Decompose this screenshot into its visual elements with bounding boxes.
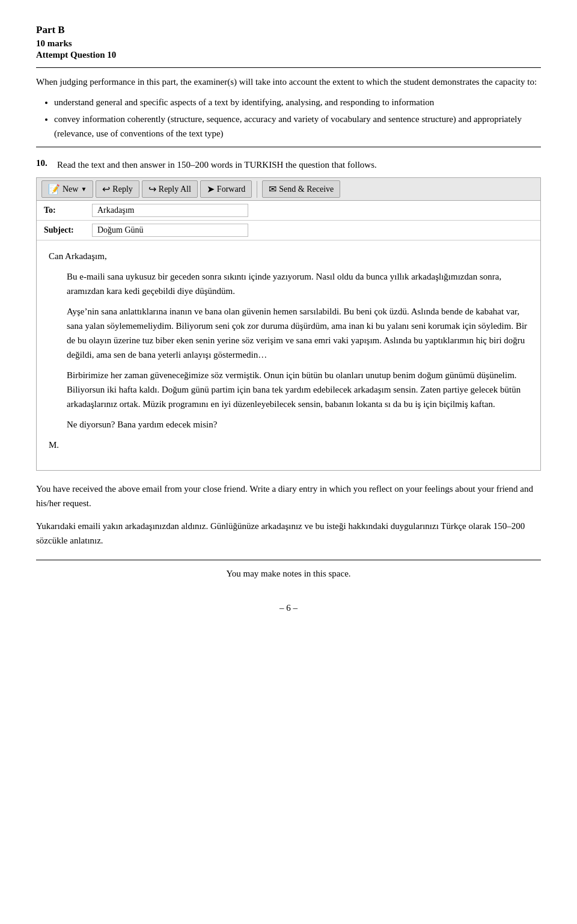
subject-value: Doğum Günü	[92, 224, 248, 237]
new-icon: 📝	[48, 183, 60, 195]
send-receive-icon: ✉	[269, 183, 276, 195]
criteria-list: understand general and specific aspects …	[54, 95, 541, 141]
bullet-item-2: convey information coherently (structure…	[54, 112, 541, 141]
new-dropdown-icon: ▼	[81, 186, 87, 192]
reply-all-button[interactable]: ↪ Reply All	[142, 180, 198, 198]
email-paragraph-2: Ayşe’nin sana anlattıklarına inanın ve b…	[67, 304, 528, 362]
email-sign-off: M.	[49, 438, 528, 452]
subject-label: Subject:	[44, 225, 92, 235]
turkish-instruction: Yukarıdaki emaili yakın arkadaşınızdan a…	[36, 519, 541, 548]
top-rule	[36, 67, 541, 68]
toolbar-divider	[257, 181, 257, 198]
email-paragraph-3: Birbirimize her zaman güveneceğimize söz…	[67, 368, 528, 411]
forward-label: Forward	[217, 185, 245, 194]
bottom-rule	[36, 560, 541, 560]
reply-icon: ↩	[102, 183, 110, 195]
question-text: Read the text and then answer in 150–200…	[57, 158, 377, 172]
email-salutation: Can Arkadaşım,	[49, 249, 528, 263]
to-label: To:	[44, 206, 92, 215]
mid-rule	[36, 147, 541, 147]
marks-line: 10 marks	[36, 38, 541, 49]
email-toolbar: 📝 New ▼ ↩ Reply ↪ Reply All ➤ Forward ✉ …	[37, 178, 540, 201]
new-label: New	[63, 185, 78, 194]
page-number: – 6 –	[36, 603, 541, 613]
question-number: 10.	[36, 158, 57, 168]
part-title: Part B	[36, 24, 541, 36]
new-button[interactable]: 📝 New ▼	[41, 180, 93, 198]
email-paragraph-1: Bu e-maili sana uykusuz bir geceden sonr…	[67, 269, 528, 298]
to-row: To: Arkadaşım	[37, 201, 540, 221]
question-row: 10. Read the text and then answer in 150…	[36, 158, 541, 172]
send-receive-label: Send & Receive	[279, 185, 334, 194]
forward-icon: ➤	[207, 183, 215, 195]
email-body: Can Arkadaşım, Bu e-maili sana uykusuz b…	[37, 240, 540, 470]
subject-row: Subject: Doğum Günü	[37, 221, 540, 240]
email-client: 📝 New ▼ ↩ Reply ↪ Reply All ➤ Forward ✉ …	[36, 177, 541, 471]
send-receive-button[interactable]: ✉ Send & Receive	[262, 180, 340, 198]
reply-label: Reply	[112, 185, 132, 194]
to-value: Arkadaşım	[92, 204, 248, 217]
attempt-line: Attempt Question 10	[36, 50, 541, 60]
reply-all-icon: ↪	[148, 183, 156, 195]
forward-button[interactable]: ➤ Forward	[200, 180, 252, 198]
intro-paragraph: When judging performance in this part, t…	[36, 75, 541, 89]
bullet-item-1: understand general and specific aspects …	[54, 95, 541, 109]
note-space: You may make notes in this space.	[36, 569, 541, 579]
reply-all-label: Reply All	[159, 185, 191, 194]
email-paragraph-4: Ne diyorsun? Bana yardım edecek misin?	[67, 417, 528, 432]
reply-button[interactable]: ↩ Reply	[96, 180, 139, 198]
english-instruction: You have received the above email from y…	[36, 482, 541, 510]
